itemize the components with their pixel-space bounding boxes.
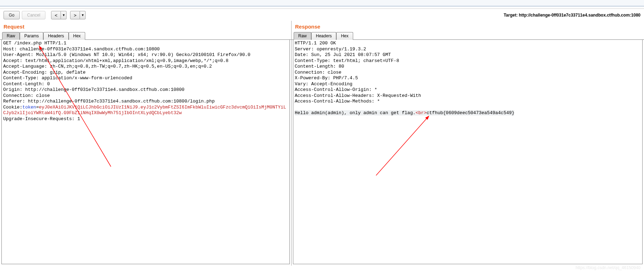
resp-body-after: ctfhub{0609deec50473ea549a4c549} xyxy=(426,110,514,116)
request-tabs: Raw Params Headers Hex xyxy=(0,32,291,40)
chevron-left-icon: < xyxy=(55,13,58,18)
target-label: Target: http://challenge-0ff031e7c33711e… xyxy=(504,13,640,18)
resp-line: Access-Control-Allow-Origin: * xyxy=(295,87,377,92)
controls-row: Go Cancel < ▼ > ▼ Target: http://challen… xyxy=(0,8,644,21)
req-line: Origin: http://challenge-0ff031e7c33711e… xyxy=(3,87,185,92)
req-line: Accept-Encoding: gzip, deflate xyxy=(3,70,86,75)
go-button[interactable]: Go xyxy=(4,11,20,19)
resp-line: X-Powered-By: PHP/7.4.5 xyxy=(295,75,358,81)
history-back-button[interactable]: < xyxy=(51,11,61,19)
resp-body-line: Hello admin(admin), only admin can get f… xyxy=(295,110,514,116)
history-forward-dropdown[interactable]: ▼ xyxy=(80,11,86,19)
request-pane: Request Raw Params Headers Hex GET /inde… xyxy=(0,21,292,266)
response-pane: Response Raw Headers Hex HTTP/1.1 200 OK… xyxy=(292,21,644,266)
req-cookie-prefix: Cookie: xyxy=(3,105,23,110)
resp-body-br: <br> xyxy=(415,110,426,116)
resp-line: Content-Length: 80 xyxy=(295,64,344,69)
tab-request-hex[interactable]: Hex xyxy=(69,32,85,40)
response-editor-wrap: HTTP/1.1 200 OK Server: openresty/1.19.3… xyxy=(293,40,643,264)
req-line: Content-Length: 0 xyxy=(3,81,50,87)
response-editor[interactable]: HTTP/1.1 200 OK Server: openresty/1.19.3… xyxy=(293,40,642,264)
req-line: Connection: close xyxy=(3,93,50,98)
tab-response-hex[interactable]: Hex xyxy=(336,32,353,40)
history-back-dropdown[interactable]: ▼ xyxy=(61,11,67,19)
request-title: Request xyxy=(0,21,291,32)
resp-line: Access-Control-Allow-Methods: * xyxy=(295,99,380,104)
response-tabs: Raw Headers Hex xyxy=(292,32,644,40)
history-forward-group: > ▼ xyxy=(70,11,86,19)
chevron-right-icon: > xyxy=(74,13,77,18)
split-pane: Request Raw Params Headers Hex GET /inde… xyxy=(0,21,644,266)
req-line: Referer: http://challenge-0ff031e7c33711… xyxy=(3,99,215,104)
tab-request-params[interactable]: Params xyxy=(20,32,43,40)
cancel-button: Cancel xyxy=(22,11,45,19)
resp-line: Date: Sun, 25 Jul 2021 08:07:57 GMT xyxy=(295,52,391,57)
target-prefix: Target: xyxy=(504,13,519,18)
response-title: Response xyxy=(292,21,644,32)
history-forward-button[interactable]: > xyxy=(70,11,80,19)
resp-line: Server: openresty/1.19.3.2 xyxy=(295,46,366,52)
window-tabstrip-gap xyxy=(0,0,644,6)
caret-down-icon: ▼ xyxy=(81,13,84,17)
tab-request-raw[interactable]: Raw xyxy=(2,32,20,40)
resp-line: Content-Type: text/html; charset=UTF-8 xyxy=(295,58,399,63)
req-line: Content-Type: application/x-www-form-url… xyxy=(3,75,132,81)
resp-line: Connection: close xyxy=(295,70,342,75)
request-editor[interactable]: GET /index.php HTTP/1.1 Host: challenge-… xyxy=(2,40,289,264)
request-editor-wrap: GET /index.php HTTP/1.1 Host: challenge-… xyxy=(1,40,290,264)
req-cookie-name: token xyxy=(23,105,36,110)
req-line: GET /index.php HTTP/1.1 xyxy=(3,41,66,46)
watermark: https://blog.csdn.net/qq_46150940 xyxy=(576,265,640,270)
history-back-group: < ▼ xyxy=(51,11,67,19)
tab-response-headers[interactable]: Headers xyxy=(311,32,336,40)
caret-down-icon: ▼ xyxy=(62,13,65,17)
tab-request-headers[interactable]: Headers xyxy=(43,32,68,40)
tab-response-raw[interactable]: Raw xyxy=(294,32,311,40)
target-url: http://challenge-0ff031e7c33711e4.sandbo… xyxy=(519,13,640,18)
req-line: User-Agent: Mozilla/5.0 (Windows NT 10.0… xyxy=(3,52,250,57)
req-line: Host: challenge-0ff031e7c33711e4.sandbox… xyxy=(3,46,160,52)
req-line: Accept-Language: zh-CN,zh;q=0.8,zh-TW;q=… xyxy=(3,64,212,69)
resp-body-before: Hello admin(admin), only admin can get f… xyxy=(295,110,415,116)
resp-line: Vary: Accept-Encoding xyxy=(295,81,352,87)
req-line: Accept: text/html,application/xhtml+xml,… xyxy=(3,58,229,63)
req-cookie-value: eyJ0eXAiOiJKV1QiLCJhbGciOiJIUzI1NiJ9.eyJ… xyxy=(3,105,286,116)
resp-line: Access-Control-Allow-Headers: X-Requeste… xyxy=(295,93,421,98)
resp-line: HTTP/1.1 200 OK xyxy=(295,41,336,46)
req-line: Upgrade-Insecure-Requests: 1 xyxy=(3,116,80,122)
